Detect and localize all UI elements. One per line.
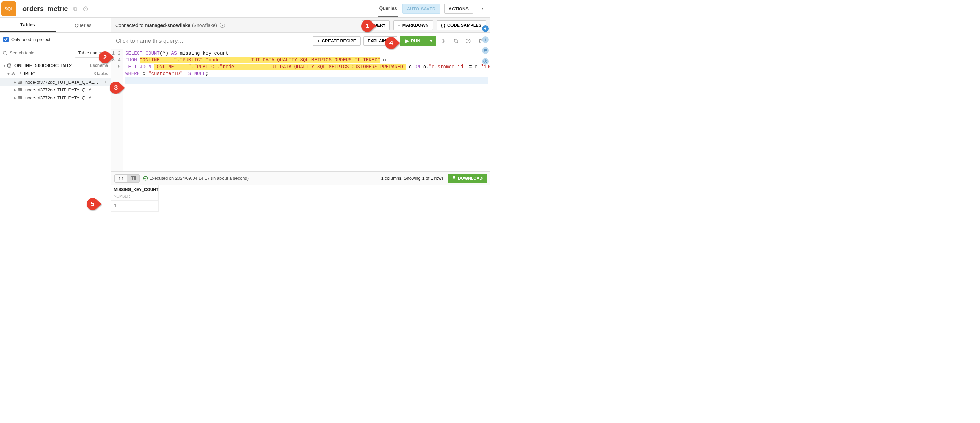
run-dropdown[interactable]: ▼ [426, 36, 436, 46]
query-name-input[interactable] [116, 38, 310, 44]
search-input[interactable] [10, 50, 70, 55]
add-query-label: QUERY [371, 23, 385, 28]
content-area: Connected to managed-snowflake (Snowflak… [111, 18, 490, 212]
caret-down-icon: ▼ [7, 72, 11, 76]
connected-prefix: Connected to [115, 22, 143, 28]
code-samples-label: CODE SAMPLES [447, 23, 482, 28]
run-button[interactable]: ▶ RUN [400, 36, 426, 46]
column-header[interactable]: MISSING_KEY_COUNT [111, 185, 158, 194]
tree-table[interactable]: ▶ node-bf3772dc_TUT_DATA_QUAL… [0, 94, 111, 102]
sql-editor[interactable]: 1 2 3 4 5 SELECT COUNT(*) AS missing_key… [111, 49, 490, 171]
create-recipe-label: CREATE RECIPE [322, 38, 356, 43]
table-identifier: "ONLINE_ "."PUBLIC"."node- _TUT_DATA_QUA… [154, 64, 406, 70]
svg-point-11 [443, 40, 444, 42]
kw-on: ON [415, 64, 420, 70]
collapse-panel-icon[interactable]: ← [480, 5, 487, 12]
alias: o [380, 57, 386, 63]
right-rail: + i [480, 18, 490, 65]
kw-join: LEFT JOIN [126, 64, 151, 70]
line-gutter: 1 2 3 4 5 [111, 49, 123, 171]
rail-history-icon[interactable] [482, 58, 488, 65]
actions-button[interactable]: ACTIONS [444, 4, 473, 14]
svg-rect-6 [11, 74, 13, 75]
only-used-label: Only used in project [11, 37, 51, 42]
clock-icon[interactable] [463, 37, 473, 45]
svg-rect-1 [73, 7, 76, 10]
chevron-down-icon: ▾ [103, 50, 106, 55]
result-cell: 1 [111, 200, 158, 211]
download-icon [452, 176, 456, 180]
schema-name: PUBLIC [18, 71, 94, 77]
database-name: ONLINE_500C3C3C_INT2 [14, 63, 89, 68]
ref: c. [140, 71, 148, 77]
braces-icon: { } [441, 23, 445, 28]
page-title: orders_metric [22, 5, 68, 13]
tree-database[interactable]: ▼ ONLINE_500C3C3C_INT2 1 schema [0, 61, 111, 70]
results-stats: 1 columns. Showing 1 of 1 rows [381, 176, 444, 181]
history-icon[interactable] [83, 6, 88, 11]
caret-right-icon: ▶ [14, 96, 18, 100]
code-view-toggle[interactable] [115, 175, 127, 182]
tree-schema[interactable]: ▼ PUBLIC 3 tables [0, 70, 111, 78]
query-toolbar: +CREATE RECIPE EXPLAIN PL ▶ RUN ▼ [111, 33, 490, 49]
svg-point-4 [8, 64, 11, 65]
tree-table[interactable]: ▶ node-bf3772dc_TUT_DATA_QUAL… + [0, 78, 111, 86]
kw-null: NULL [194, 71, 206, 77]
results-table: MISSING_KEY_COUNT NUMBER 1 [111, 185, 490, 212]
add-to-query-icon[interactable]: + [103, 79, 108, 85]
ref: o. [420, 64, 429, 70]
svg-rect-5 [13, 72, 14, 73]
info-icon[interactable]: i [220, 22, 225, 28]
run-label: RUN [411, 38, 420, 43]
eq: = c. [466, 64, 480, 70]
tables-tree: ▼ ONLINE_500C3C3C_INT2 1 schema ▼ PUBLIC… [0, 59, 111, 212]
code-area[interactable]: SELECT COUNT(*) AS missing_key_count FRO… [123, 49, 490, 171]
svg-rect-9 [18, 88, 22, 91]
table-view-toggle[interactable] [127, 175, 139, 182]
copy-query-icon[interactable] [451, 37, 461, 45]
fn-count: COUNT [145, 51, 160, 56]
table-name: node-bf3772dc_TUT_DATA_QUAL… [25, 80, 103, 85]
table-name: node-bf3772dc_TUT_DATA_QUAL… [25, 95, 108, 100]
database-meta: 1 schema [89, 63, 108, 68]
connection-name: managed-snowflake [145, 22, 191, 28]
rail-chat-icon[interactable] [482, 47, 488, 54]
caret-right-icon: ▶ [14, 88, 18, 92]
rail-add-icon[interactable]: + [482, 25, 488, 32]
only-used-checkbox[interactable] [3, 37, 8, 42]
download-label: DOWNLOAD [458, 176, 482, 181]
svg-rect-15 [131, 177, 135, 180]
schema-meta: 3 tables [94, 71, 108, 76]
kw-where: WHERE [126, 71, 140, 77]
alias: missing_key_count [180, 51, 229, 56]
add-query-button[interactable]: +QUERY [361, 21, 390, 30]
rail-info-icon[interactable]: i [482, 36, 488, 43]
table-icon [18, 96, 24, 100]
kw-from: FROM [126, 57, 137, 63]
sort-label: Table name [78, 50, 101, 55]
kw-is: IS [185, 71, 191, 77]
add-markdown-label: MARKDOWN [402, 23, 429, 28]
tab-queries[interactable]: Queries [56, 18, 111, 32]
column: "customerID" [480, 64, 490, 70]
download-button[interactable]: DOWNLOAD [448, 174, 487, 183]
caret-down-icon: ▼ [3, 64, 7, 67]
tab-tables[interactable]: Tables [0, 18, 56, 32]
tree-table[interactable]: ▶ node-bf3772dc_TUT_DATA_QUAL… [0, 86, 111, 94]
kw-as: AS [171, 51, 177, 56]
svg-point-3 [3, 51, 6, 54]
copy-icon[interactable] [73, 6, 78, 11]
connection-engine: (Snowflake) [192, 22, 217, 28]
sort-dropdown[interactable]: Table name ▾ [75, 48, 110, 57]
column: "customer_id" [429, 64, 466, 70]
table-icon [18, 80, 24, 84]
code-samples-button[interactable]: { } CODE SAMPLES [436, 21, 486, 30]
explain-plan-button[interactable]: EXPLAIN PL [363, 36, 397, 46]
table-name: node-bf3772dc_TUT_DATA_QUAL… [25, 87, 108, 93]
top-tab-queries[interactable]: Queries [378, 0, 398, 18]
alias: c [406, 64, 414, 70]
create-recipe-button[interactable]: +CREATE RECIPE [313, 36, 361, 46]
add-markdown-button[interactable]: +MARKDOWN [393, 21, 433, 30]
gear-icon[interactable] [439, 37, 449, 45]
table-identifier: "ONLINE_ "."PUBLIC"."node- _TUT_DATA_QUA… [140, 57, 380, 63]
